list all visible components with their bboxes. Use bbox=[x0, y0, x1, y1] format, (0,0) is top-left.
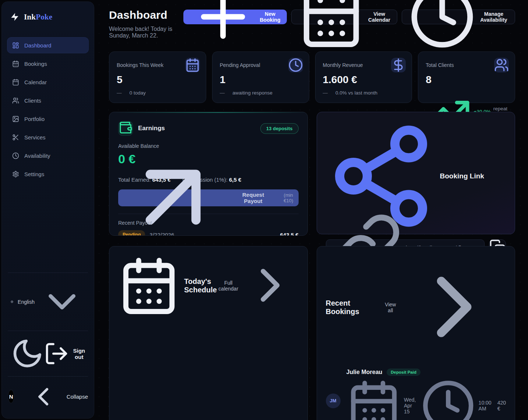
sidebar-item[interactable]: Availability bbox=[7, 147, 89, 164]
bottom-row: Today's Schedule Full calendar No sessio… bbox=[109, 246, 515, 420]
globe-icon bbox=[11, 299, 13, 305]
booking-link-title: Booking Link bbox=[440, 172, 484, 180]
sidebar-item[interactable]: Clients bbox=[7, 92, 89, 108]
app-root: InkPoke Dashboard Bookings Calendar bbox=[0, 0, 528, 420]
calendar-days-icon bbox=[185, 58, 200, 72]
clock-icon bbox=[421, 378, 476, 420]
view-calendar-button[interactable]: View Calendar bbox=[291, 10, 397, 24]
earnings-card: Earnings 13 deposits Available Balance 0… bbox=[109, 112, 308, 236]
new-booking-button[interactable]: New Booking bbox=[183, 10, 287, 24]
brand-name: InkPoke bbox=[24, 13, 52, 22]
view-all-label: View all bbox=[382, 302, 399, 313]
sidebar-item-label: Services bbox=[24, 134, 46, 140]
calendar-icon bbox=[346, 378, 401, 420]
chevron-right-icon bbox=[402, 255, 506, 360]
stat-value: 8 bbox=[426, 74, 507, 86]
sidebar-nav: Dashboard Bookings Calendar Clients bbox=[7, 37, 89, 182]
user-avatar[interactable]: N bbox=[8, 389, 14, 403]
language-label: English bbox=[18, 299, 35, 305]
calendar-icon bbox=[298, 0, 365, 50]
scissors-icon bbox=[12, 134, 19, 141]
sidebar: InkPoke Dashboard Bookings Calendar bbox=[1, 1, 94, 419]
request-payout-button[interactable]: Request Payout (min €10) bbox=[118, 189, 299, 206]
clock-icon bbox=[409, 0, 476, 50]
full-calendar-label: Full calendar bbox=[218, 280, 238, 292]
stat-sub-label: 0 today bbox=[130, 90, 146, 96]
booking-info: Julie Moreau Deposit Paid Wed, Apr 15 10… bbox=[346, 369, 506, 420]
sidebar-item-label: Availability bbox=[24, 153, 50, 159]
sidebar-item-label: Portfolio bbox=[24, 116, 45, 122]
sidebar-item[interactable]: Services bbox=[7, 129, 89, 145]
schedule-empty-state: No sessions scheduled for today Add a bo… bbox=[118, 317, 299, 420]
language-selector[interactable]: English bbox=[7, 273, 89, 331]
payout-amount: 643,5 € bbox=[280, 232, 298, 236]
todays-schedule-card: Today's Schedule Full calendar No sessio… bbox=[109, 246, 308, 420]
sidebar-item-label: Dashboard bbox=[24, 42, 51, 49]
stat-sub-label: 0.0% vs last month bbox=[335, 90, 377, 96]
sidebar-item[interactable]: Portfolio bbox=[7, 111, 89, 127]
dash-glyph: — bbox=[323, 90, 328, 96]
stat-subtext: — awaiting response bbox=[220, 90, 302, 96]
status-badge: Deposit Paid bbox=[387, 369, 420, 376]
recent-bookings-header: Recent Bookings View all bbox=[326, 255, 506, 360]
sidebar-item-label: Calendar bbox=[24, 79, 47, 85]
stat-card: Bookings This Week 5 — 0 today bbox=[109, 51, 206, 103]
chevron-right-icon bbox=[242, 257, 298, 314]
stat-subtext: — 0 today bbox=[117, 90, 198, 96]
sidebar-item[interactable]: Bookings bbox=[7, 56, 89, 72]
collapse-button[interactable]: Collapse bbox=[28, 382, 88, 412]
theme-toggle-button[interactable] bbox=[11, 337, 44, 370]
full-calendar-link[interactable]: Full calendar bbox=[218, 257, 298, 314]
theme-row: Sign out bbox=[7, 331, 89, 376]
collapse-label: Collapse bbox=[67, 394, 88, 400]
stat-sub-label: awaiting response bbox=[232, 90, 272, 96]
deposits-badge: 13 deposits bbox=[260, 123, 299, 134]
sidebar-item-label: Clients bbox=[24, 97, 41, 104]
booking-date: Wed, Apr 15 bbox=[404, 397, 418, 414]
manage-availability-button[interactable]: Manage Availability bbox=[402, 10, 515, 24]
page-title: Dashboard bbox=[109, 9, 183, 21]
earnings-title: Earnings bbox=[138, 125, 165, 132]
booking-time: 10:00 AM bbox=[479, 400, 492, 412]
chevron-down-icon bbox=[39, 279, 85, 325]
main-content: Dashboard Welcome back! Today is Sunday,… bbox=[94, 0, 528, 420]
stat-card: Total Clients 8 +30.0% repeat rate bbox=[418, 51, 515, 103]
payout-min-hint: (min €10) bbox=[278, 192, 299, 203]
stat-card: Monthly Revenue 1.600 € — 0.0% vs last m… bbox=[315, 51, 412, 103]
dashboard-icon bbox=[12, 42, 19, 49]
stat-value: 1 bbox=[220, 74, 302, 86]
sign-out-button[interactable]: Sign out bbox=[44, 341, 85, 366]
clock-icon bbox=[288, 58, 303, 72]
manage-availability-label: Manage Availability bbox=[479, 11, 508, 23]
dollar-icon bbox=[391, 58, 406, 72]
new-booking-label: New Booking bbox=[260, 11, 280, 23]
sidebar-footer: English Sign out N Collapse bbox=[7, 273, 89, 412]
client-name: Julie Moreau bbox=[346, 369, 383, 375]
stat-value: 5 bbox=[117, 74, 198, 86]
page-header: Dashboard Welcome back! Today is Sunday,… bbox=[109, 9, 515, 39]
view-all-link[interactable]: View all bbox=[382, 255, 506, 360]
sidebar-item-label: Bookings bbox=[24, 61, 47, 67]
zap-logo-icon bbox=[10, 12, 20, 22]
calendar-icon bbox=[118, 255, 180, 317]
payout-date: 3/22/2026 bbox=[149, 232, 174, 236]
sidebar-item-label: Settings bbox=[24, 171, 44, 177]
plus-icon bbox=[190, 0, 256, 50]
moon-icon bbox=[11, 337, 44, 370]
welcome-text: Welcome back! Today is Sunday, March 22. bbox=[109, 26, 183, 39]
sign-out-label: Sign out bbox=[73, 348, 85, 360]
booking-row[interactable]: JM Julie Moreau Deposit Paid Wed, Apr 15 bbox=[326, 363, 506, 420]
dash-glyph: — bbox=[117, 90, 122, 96]
sidebar-item[interactable]: Calendar bbox=[7, 74, 89, 90]
stats-row: Bookings This Week 5 — 0 today Pending A… bbox=[109, 51, 515, 103]
schedule-title: Today's Schedule bbox=[184, 277, 218, 294]
users-icon bbox=[12, 97, 19, 104]
brand-name-primary: Ink bbox=[24, 13, 36, 21]
schedule-header: Today's Schedule Full calendar bbox=[118, 255, 299, 317]
recent-bookings-title: Recent Bookings bbox=[326, 299, 382, 316]
dash-glyph: — bbox=[220, 90, 225, 96]
booking-link-card: Booking Link Share bbox=[317, 112, 515, 234]
brand-name-secondary: Poke bbox=[36, 13, 52, 21]
sidebar-item[interactable]: Settings bbox=[7, 166, 89, 182]
sidebar-item[interactable]: Dashboard bbox=[7, 37, 89, 53]
